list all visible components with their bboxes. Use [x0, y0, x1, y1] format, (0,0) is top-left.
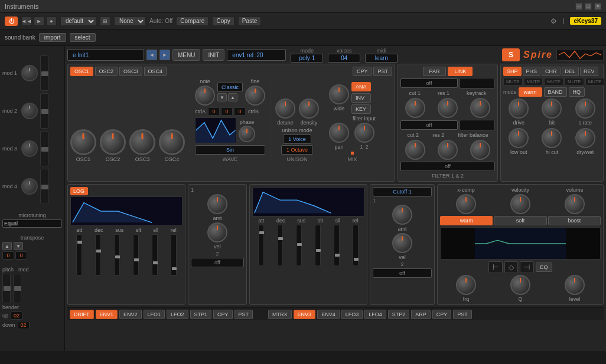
fx-rev-tab[interactable]: REV: [580, 67, 598, 76]
bit-knob[interactable]: [542, 99, 562, 119]
lfo3-tab[interactable]: LFO3: [341, 310, 363, 319]
midi-value[interactable]: learn: [365, 54, 398, 63]
eq-shape-btn2[interactable]: ◇: [504, 261, 518, 273]
drift-tab[interactable]: DRIFT: [70, 310, 94, 319]
res1-knob[interactable]: [438, 98, 458, 118]
eq-button[interactable]: EQ: [536, 263, 552, 272]
mod1-knob[interactable]: [21, 65, 38, 81]
dec-slider1[interactable]: [95, 234, 101, 276]
sus-slider1[interactable]: [114, 234, 120, 276]
wave-type-display[interactable]: Classic: [217, 83, 243, 92]
microtuning-dropdown[interactable]: Equal: [2, 219, 62, 228]
lowout-knob[interactable]: [509, 128, 529, 148]
maximize-btn[interactable]: □: [585, 3, 592, 10]
filter-input-knob[interactable]: [354, 123, 374, 143]
arp-tab[interactable]: ARP: [411, 310, 431, 319]
mtrx-btn[interactable]: MTRX: [268, 310, 292, 319]
unison-mode-btn[interactable]: 1 Voice: [283, 135, 311, 144]
drive-knob[interactable]: [509, 99, 529, 119]
frq-knob[interactable]: [456, 275, 476, 295]
power-button[interactable]: ⏻: [5, 17, 18, 26]
octave-btn[interactable]: 1 Octave: [281, 145, 313, 155]
band-btn[interactable]: BAND: [544, 87, 567, 97]
warm-btn[interactable]: warm: [519, 87, 542, 97]
mod1-slider[interactable]: [40, 55, 48, 91]
stp2-tab[interactable]: STP2: [388, 310, 410, 319]
osc-copy-btn[interactable]: CPY: [353, 67, 372, 76]
settings-icon[interactable]: ⚙: [550, 17, 557, 25]
rel-slider1[interactable]: [171, 234, 177, 276]
none-select[interactable]: None: [114, 17, 146, 26]
osc1-tab[interactable]: OSC1: [70, 67, 93, 76]
osc1-knob[interactable]: [70, 129, 96, 155]
mod3-knob[interactable]: [21, 140, 38, 157]
env2-tab[interactable]: ENV2: [119, 310, 142, 319]
lfo1-tab[interactable]: LFO1: [144, 310, 165, 319]
rel-slider3[interactable]: [353, 225, 359, 266]
filter-balance-knob[interactable]: [470, 140, 490, 160]
env2-amt-knob[interactable]: [207, 194, 227, 214]
rew-button[interactable]: ◄◄: [21, 17, 32, 26]
mute-btn5[interactable]: MUTE: [585, 78, 605, 86]
close-btn[interactable]: ✕: [594, 3, 601, 10]
cut2-knob[interactable]: [405, 140, 425, 160]
minimize-btn[interactable]: ─: [575, 3, 582, 10]
soft-preset-btn[interactable]: soft: [494, 216, 546, 225]
xcomp-knob[interactable]: [456, 194, 476, 214]
fx-chr-tab[interactable]: CHR: [542, 67, 561, 76]
drywet-knob[interactable]: [575, 128, 595, 148]
init-button[interactable]: INIT: [203, 49, 224, 61]
lfo2-tab[interactable]: LFO2: [167, 310, 188, 319]
detune-knob[interactable]: [275, 99, 295, 119]
env4-amt-knob[interactable]: [392, 205, 412, 225]
mute-btn4[interactable]: MUTE: [565, 78, 584, 86]
osc-paste-btn[interactable]: PST: [373, 67, 392, 76]
filter-off-btn2[interactable]: off: [400, 120, 458, 130]
slt-slider1[interactable]: [133, 234, 139, 276]
osc2-tab[interactable]: OSC2: [95, 67, 118, 76]
cpy-right-btn[interactable]: CPY: [432, 310, 452, 319]
copy-function-button[interactable]: Copy: [212, 17, 234, 26]
nav-right-btn[interactable]: ►: [159, 50, 170, 60]
pst-left-btn[interactable]: PST: [234, 310, 253, 319]
mod3-slider[interactable]: [40, 131, 48, 166]
fwd-button[interactable]: ►: [34, 17, 44, 26]
env2-vel-knob[interactable]: [207, 222, 227, 242]
osc2-knob[interactable]: [100, 129, 126, 155]
eq-shape-btn3[interactable]: ⊣: [520, 261, 534, 273]
inv-btn[interactable]: INV: [351, 93, 371, 103]
key-btn[interactable]: KEY: [351, 104, 371, 114]
link-btn[interactable]: LINK: [448, 67, 473, 76]
mode-value[interactable]: poly 1: [291, 54, 323, 63]
env4-vel-knob[interactable]: [392, 233, 412, 253]
env1-tab[interactable]: ENV1: [96, 310, 118, 319]
import-button[interactable]: import: [39, 33, 66, 42]
osc3-knob[interactable]: [129, 129, 155, 155]
volume-knob[interactable]: [565, 194, 585, 214]
par-btn[interactable]: PAR: [423, 67, 447, 76]
sll-slider1[interactable]: [152, 234, 158, 276]
warm-preset-btn[interactable]: warm: [440, 216, 493, 225]
slt-slider3[interactable]: [315, 225, 321, 266]
q-knob[interactable]: [510, 275, 530, 295]
lfo4-tab[interactable]: LFO4: [364, 310, 386, 319]
mod4-knob[interactable]: [21, 178, 38, 195]
density-knob[interactable]: [299, 99, 319, 119]
phase-knob[interactable]: [239, 126, 255, 142]
keytrack-knob[interactable]: [470, 98, 490, 118]
note-knob[interactable]: [195, 86, 215, 106]
mod2-slider[interactable]: [40, 93, 48, 129]
dec-slider3[interactable]: [277, 225, 283, 266]
hq-btn[interactable]: HQ: [569, 87, 585, 97]
osc3-tab[interactable]: OSC3: [119, 67, 142, 76]
paste-function-button[interactable]: Paste: [238, 17, 262, 26]
env4-tab[interactable]: ENV4: [317, 310, 340, 319]
mute-btn2[interactable]: MUTE: [524, 78, 543, 86]
voices-value[interactable]: 04: [328, 54, 360, 63]
sus-slider3[interactable]: [296, 225, 302, 266]
sin-display[interactable]: Sin: [195, 145, 265, 155]
menu-button[interactable]: MENU: [172, 49, 200, 61]
sll-slider3[interactable]: [334, 225, 340, 266]
select-button[interactable]: select: [70, 33, 96, 42]
velocity-knob[interactable]: [510, 194, 530, 214]
